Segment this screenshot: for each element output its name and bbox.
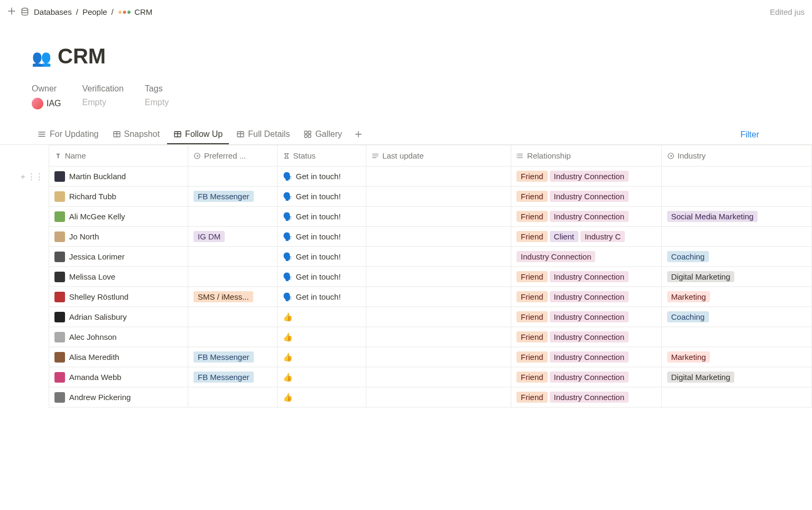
cell-status[interactable]: 👍 [277, 307, 366, 327]
cell-industry[interactable] [661, 187, 811, 207]
table-row[interactable]: Adrian Salisbury👍FriendIndustry Connecti… [26, 307, 812, 327]
cell-relationship[interactable]: FriendIndustry Connection [511, 187, 661, 207]
cell-status[interactable]: 👍 [277, 387, 366, 407]
cell-name[interactable]: Ali McGee Kelly [49, 207, 188, 227]
cell-status[interactable]: 🗣️Get in touch! [277, 187, 366, 207]
cell-relationship[interactable]: FriendIndustry Connection [511, 166, 661, 187]
cell-preferred[interactable] [188, 307, 278, 327]
cell-name[interactable]: Jo North [49, 227, 188, 247]
cell-status[interactable]: 👍 [277, 347, 366, 367]
cell-last-update[interactable] [366, 387, 511, 407]
cell-name[interactable]: Alisa Meredith [49, 347, 188, 367]
cell-preferred[interactable] [188, 247, 278, 267]
cell-preferred[interactable] [188, 267, 278, 287]
cell-status[interactable]: 👍 [277, 367, 366, 387]
cell-industry[interactable]: Coaching [661, 307, 811, 327]
cell-status[interactable]: 🗣️Get in touch! [277, 227, 366, 247]
cell-name[interactable]: Andrew Pickering [49, 387, 188, 407]
cell-last-update[interactable] [366, 287, 511, 307]
cell-preferred[interactable] [188, 327, 278, 347]
cell-industry[interactable] [661, 166, 811, 187]
tab-for-updating[interactable]: For Updating [32, 125, 105, 144]
cell-industry[interactable]: Marketing [661, 347, 811, 367]
cell-name[interactable]: Jessica Lorimer [49, 247, 188, 267]
column-header-last-update[interactable]: Last update [366, 145, 511, 166]
cell-industry[interactable]: Digital Marketing [661, 367, 811, 387]
table-row[interactable]: Alisa MeredithFB Messenger👍FriendIndustr… [26, 347, 812, 367]
table-row[interactable]: Alec Johnson👍FriendIndustry Connection [26, 327, 812, 347]
column-header-name[interactable]: Name [49, 145, 188, 166]
cell-industry[interactable]: Coaching [661, 247, 811, 267]
breadcrumb-current[interactable]: ●●● CRM [118, 7, 153, 16]
prop-verification-value[interactable]: Empty [82, 98, 124, 107]
cell-status[interactable]: 🗣️Get in touch! [277, 287, 366, 307]
cell-industry[interactable] [661, 387, 811, 407]
prop-tags-value[interactable]: Empty [145, 98, 169, 107]
table-row[interactable]: Andrew Pickering👍FriendIndustry Connecti… [26, 387, 812, 407]
cell-preferred[interactable]: FB Messenger [188, 347, 278, 367]
cell-relationship[interactable]: Industry Connection [511, 247, 661, 267]
cell-last-update[interactable] [366, 367, 511, 387]
add-page-icon[interactable] [7, 7, 16, 17]
cell-relationship[interactable]: FriendIndustry Connection [511, 207, 661, 227]
cell-industry[interactable]: Social Media Marketing [661, 207, 811, 227]
cell-industry[interactable] [661, 327, 811, 347]
tab-gallery[interactable]: Gallery [297, 125, 348, 144]
cell-industry[interactable] [661, 227, 811, 247]
drag-handle-icon[interactable]: ⋮⋮ [27, 172, 43, 181]
cell-relationship[interactable]: FriendClientIndustry C [511, 227, 661, 247]
page-title[interactable]: CRM [58, 44, 106, 68]
table-row[interactable]: Ali McGee Kelly🗣️Get in touch!FriendIndu… [26, 207, 812, 227]
cell-preferred[interactable] [188, 207, 278, 227]
cell-name[interactable]: Martin Buckland [49, 166, 188, 187]
add-view-button[interactable] [349, 127, 367, 143]
table-row[interactable]: Richard TubbFB Messenger🗣️Get in touch!F… [26, 187, 812, 207]
cell-last-update[interactable] [366, 247, 511, 267]
cell-preferred[interactable]: FB Messenger [188, 367, 278, 387]
cell-preferred[interactable]: FB Messenger [188, 187, 278, 207]
cell-last-update[interactable] [366, 347, 511, 367]
table-row[interactable]: Melissa Love🗣️Get in touch!FriendIndustr… [26, 267, 812, 287]
cell-industry[interactable]: Marketing [661, 287, 811, 307]
cell-name[interactable]: Alec Johnson [49, 327, 188, 347]
cell-relationship[interactable]: FriendIndustry Connection [511, 367, 661, 387]
cell-relationship[interactable]: FriendIndustry Connection [511, 287, 661, 307]
cell-relationship[interactable]: FriendIndustry Connection [511, 347, 661, 367]
cell-last-update[interactable] [366, 227, 511, 247]
cell-last-update[interactable] [366, 187, 511, 207]
cell-name[interactable]: Shelley Röstlund [49, 287, 188, 307]
table-row[interactable]: Amanda WebbFB Messenger👍FriendIndustry C… [26, 367, 812, 387]
cell-name[interactable]: Adrian Salisbury [49, 307, 188, 327]
cell-industry[interactable]: Digital Marketing [661, 267, 811, 287]
table-row[interactable]: Jo NorthIG DM🗣️Get in touch!FriendClient… [26, 227, 812, 247]
cell-last-update[interactable] [366, 207, 511, 227]
cell-status[interactable]: 🗣️Get in touch! [277, 207, 366, 227]
cell-relationship[interactable]: FriendIndustry Connection [511, 307, 661, 327]
table-row[interactable]: + ⋮⋮Martin Buckland🗣️Get in touch!Friend… [26, 166, 812, 187]
cell-preferred[interactable]: SMS / iMess... [188, 287, 278, 307]
breadcrumb-parent[interactable]: People [82, 7, 107, 16]
table-row[interactable]: Shelley RöstlundSMS / iMess...🗣️Get in t… [26, 287, 812, 307]
column-header-preferred[interactable]: Preferred ... [188, 145, 278, 166]
cell-status[interactable]: 👍 [277, 327, 366, 347]
cell-status[interactable]: 🗣️Get in touch! [277, 267, 366, 287]
tab-full-details[interactable]: Full Details [230, 125, 296, 144]
cell-relationship[interactable]: FriendIndustry Connection [511, 327, 661, 347]
page-icon[interactable]: 👥 [32, 47, 51, 67]
cell-last-update[interactable] [366, 166, 511, 187]
breadcrumb-root[interactable]: Databases [34, 7, 72, 16]
table-row[interactable]: Jessica Lorimer🗣️Get in touch!Industry C… [26, 247, 812, 267]
cell-preferred[interactable]: IG DM [188, 227, 278, 247]
cell-last-update[interactable] [366, 267, 511, 287]
cell-last-update[interactable] [366, 307, 511, 327]
column-header-relationship[interactable]: Relationship [511, 145, 661, 166]
cell-status[interactable]: 🗣️Get in touch! [277, 247, 366, 267]
filter-button[interactable]: Filter [740, 130, 759, 140]
cell-name[interactable]: Amanda Webb [49, 367, 188, 387]
cell-status[interactable]: 🗣️Get in touch! [277, 166, 366, 187]
cell-name[interactable]: Richard Tubb [49, 187, 188, 207]
column-header-industry[interactable]: Industry [661, 145, 811, 166]
cell-name[interactable]: Melissa Love [49, 267, 188, 287]
tab-snapshot[interactable]: Snapshot [106, 125, 167, 144]
add-row-icon[interactable]: + [21, 172, 25, 181]
